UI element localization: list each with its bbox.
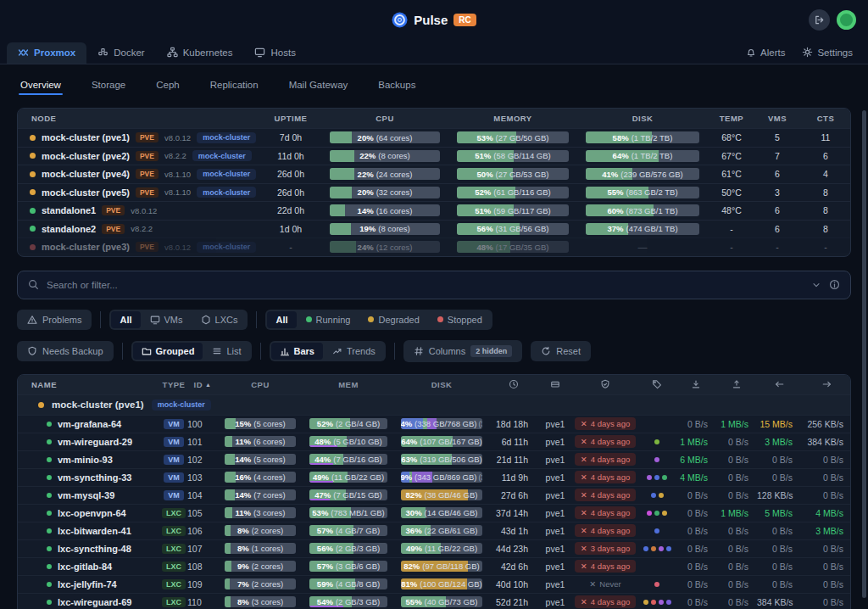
- status-filter-stopped[interactable]: Stopped: [429, 311, 491, 328]
- col-node[interactable]: [538, 379, 572, 389]
- col-net-out[interactable]: [801, 379, 851, 389]
- guest-node: pve1: [538, 544, 572, 554]
- subtab-mail-gateway[interactable]: Mail Gateway: [289, 80, 348, 95]
- guest-disk-write: 0 B/s: [716, 562, 757, 572]
- guest-row[interactable]: lxc-syncthing-48LXC1078%(1 cores)56%(2 G…: [18, 539, 850, 557]
- guest-row[interactable]: vm-wireguard-29VM10111%(6 cores)48%(5 GB…: [18, 433, 850, 450]
- x-icon: ✕: [581, 490, 587, 500]
- nav-tab-hosts[interactable]: Hosts: [243, 42, 306, 64]
- col-id[interactable]: ID▲: [187, 380, 218, 389]
- status-filter-all[interactable]: All: [267, 311, 296, 328]
- col-net-in[interactable]: [757, 379, 801, 389]
- guest-type-badge: LXC: [162, 526, 186, 536]
- guest-disk-cell: 81%(100 GB/124 GB): [394, 578, 489, 589]
- grouped-view-button[interactable]: Grouped: [133, 343, 203, 360]
- trends-view-button[interactable]: Trends: [324, 343, 384, 360]
- type-filter-vms[interactable]: VMs: [142, 311, 192, 328]
- col-cpu[interactable]: CPU: [218, 380, 303, 389]
- guest-row[interactable]: vm-minio-93VM10214%(5 cores)44%(7 GB/16 …: [18, 450, 850, 468]
- columns-button[interactable]: Columns 2 hidden: [403, 340, 522, 362]
- nav-tab-docker[interactable]: Docker: [86, 42, 155, 64]
- col-backup[interactable]: [572, 379, 638, 389]
- group-status-dot: [38, 402, 44, 408]
- bar-fill: [330, 131, 352, 143]
- guest-row[interactable]: vm-syncthing-33VM10316%(4 cores)49%(11 G…: [18, 468, 850, 486]
- guest-cpu-cell: 8%(1 cores): [218, 543, 303, 554]
- usage-bar: 82%(97 GB/118 GB): [401, 561, 482, 572]
- type-filter-all[interactable]: All: [111, 311, 140, 328]
- guest-id: 108: [187, 562, 218, 572]
- status-filter-degraded[interactable]: Degraded: [359, 311, 427, 328]
- node-row[interactable]: mock-cluster (pve2)PVEv8.2.2mock-cluster…: [18, 147, 850, 165]
- subtab-overview[interactable]: Overview: [20, 80, 61, 95]
- usage-bar: 36%(22 GB/61 GB): [401, 525, 482, 536]
- node-uptime: 1d 0h: [260, 224, 321, 234]
- col-uptime[interactable]: [489, 379, 538, 389]
- guest-row[interactable]: lxc-wireguard-69LXC1108%(3 cores)54%(2 G…: [18, 593, 850, 609]
- cluster-badge: mock-cluster: [197, 242, 256, 253]
- bar-label: 56%(2 GB/3 GB): [317, 544, 380, 553]
- guest-id: 104: [187, 490, 218, 500]
- node-row[interactable]: mock-cluster (pve4)PVEv8.1.10mock-cluste…: [18, 165, 850, 183]
- node-temp: 61°C: [708, 169, 755, 179]
- node-vms-count: 6: [755, 205, 799, 215]
- search-input[interactable]: [47, 280, 804, 290]
- col-mem[interactable]: MEM: [303, 380, 394, 389]
- page-scrollbar[interactable]: [862, 110, 866, 598]
- guest-row[interactable]: vm-grafana-64VM10015%(5 cores)52%(2 GB/4…: [18, 415, 850, 433]
- col-type[interactable]: TYPE: [160, 380, 187, 389]
- subtab-ceph[interactable]: Ceph: [156, 80, 180, 95]
- subtab-replication[interactable]: Replication: [210, 80, 259, 95]
- guest-backup-cell: ✕4 days ago: [572, 489, 638, 501]
- bars-view-button[interactable]: Bars: [271, 343, 323, 360]
- reset-button[interactable]: Reset: [531, 341, 591, 361]
- subtab-backups[interactable]: Backups: [378, 80, 415, 95]
- node-name: mock-cluster (pve4): [42, 169, 130, 179]
- guest-row[interactable]: lxc-gitlab-84LXC1089%(2 cores)57%(3 GB/6…: [18, 557, 850, 575]
- settings-button[interactable]: Settings: [802, 47, 853, 58]
- alerts-button[interactable]: Alerts: [746, 47, 785, 58]
- guest-name-cell: vm-minio-93: [18, 455, 160, 465]
- col-tags[interactable]: [638, 379, 676, 389]
- node-row[interactable]: mock-cluster (pve5)PVEv8.1.10mock-cluste…: [18, 183, 850, 202]
- list-view-button[interactable]: List: [203, 343, 249, 360]
- x-icon: ✕: [581, 437, 587, 446]
- usage-bar: 58%(1 TB/2 TB): [586, 131, 699, 143]
- needs-backup-filter-button[interactable]: Needs Backup: [17, 341, 114, 361]
- node-row[interactable]: standalone1PVEv8.0.1222d 0h14%(16 cores)…: [18, 201, 850, 220]
- col-name[interactable]: NAME: [18, 380, 160, 389]
- guest-mem-cell: 47%(7 GB/15 GB): [303, 489, 394, 500]
- guest-disk-cell: 39%(343 GB/869 GB)(3): [394, 472, 489, 483]
- logout-button[interactable]: [809, 9, 830, 31]
- nav-tab-kubernetes[interactable]: Kubernetes: [156, 42, 244, 64]
- col-disk-read[interactable]: [676, 379, 716, 389]
- col-disk[interactable]: DISK: [394, 380, 489, 389]
- rc-badge: RC: [453, 14, 476, 26]
- problems-filter-button[interactable]: Problems: [17, 310, 92, 330]
- guest-status-dot: [47, 493, 52, 498]
- info-icon[interactable]: [829, 279, 840, 290]
- col-disk-write[interactable]: [716, 379, 757, 389]
- node-status-dot: [30, 208, 36, 214]
- status-filter-running[interactable]: Running: [298, 311, 359, 328]
- node-name: mock-cluster (pve2): [42, 151, 130, 161]
- node-row[interactable]: standalone2PVEv8.2.21d 0h19%(8 cores)56%…: [18, 220, 850, 238]
- usage-bar: 19%(8 cores): [330, 223, 440, 235]
- health-status-indicator[interactable]: [837, 10, 856, 30]
- usage-bar: 14%(5 cores): [225, 454, 296, 465]
- nav-tab-proxmox[interactable]: Proxmox: [7, 42, 86, 64]
- guest-row[interactable]: lxc-openvpn-64LXC10511%(3 cores)53%(783 …: [18, 504, 850, 522]
- bar-label: 14%(7 cores): [235, 490, 286, 500]
- guest-group-row[interactable]: mock-cluster (pve1)mock-cluster: [18, 394, 850, 415]
- guest-row[interactable]: vm-mysql-39VM10414%(7 cores)47%(7 GB/15 …: [18, 486, 850, 504]
- node-row[interactable]: mock-cluster (pve3)PVEv8.0.12mock-cluste…: [18, 237, 850, 256]
- guest-mem-cell: 57%(4 GB/7 GB): [303, 525, 394, 536]
- node-row[interactable]: mock-cluster (pve1)PVEv8.0.12mock-cluste…: [18, 128, 850, 147]
- bar-fill: [225, 454, 235, 465]
- subtab-storage[interactable]: Storage: [92, 80, 125, 95]
- usage-bar: 52%(61 GB/116 GB): [457, 187, 569, 198]
- guest-row[interactable]: lxc-jellyfin-74LXC1097%(2 cores)59%(4 GB…: [18, 575, 850, 593]
- guest-row[interactable]: lxc-bitwarden-41LXC1068%(2 cores)57%(4 G…: [18, 522, 850, 539]
- chevron-down-icon[interactable]: [811, 280, 821, 290]
- type-filter-lxcs[interactable]: LXCs: [192, 311, 247, 328]
